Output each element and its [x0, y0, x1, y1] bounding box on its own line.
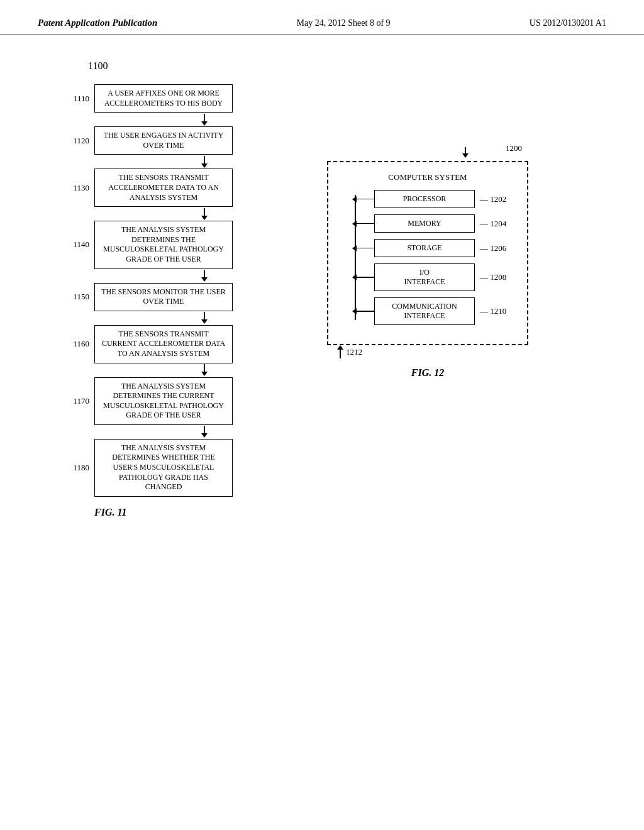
fig12-diagram: 1200 COMPUTER SYSTEM PROCESSOR — 1202 ME…	[302, 60, 606, 518]
cs-box-1202: PROCESSOR	[374, 190, 475, 208]
cs-component-row-1202: PROCESSOR — 1202	[343, 190, 512, 208]
fig12-bottom-num: 1212	[346, 347, 362, 357]
flow-connector-0	[201, 113, 208, 126]
flow-connector-2	[201, 207, 208, 221]
cs-num-1210: — 1210	[480, 306, 506, 316]
cs-component-row-1204: MEMORY — 1204	[343, 214, 512, 233]
flow-step-1120: 1120THE USER ENGAGES IN ACTIVITY OVER TI…	[50, 126, 314, 155]
computer-system-box: COMPUTER SYSTEM PROCESSOR — 1202 MEMORY …	[327, 161, 528, 345]
flow-connector-6	[201, 425, 208, 439]
flow-step-1160: 1160THE SENSORS TRANSMIT CURRENT ACCELER…	[50, 325, 314, 363]
patent-number-label: US 2012/0130201 A1	[530, 18, 606, 28]
cs-num-1208: — 1208	[480, 272, 506, 282]
flow-label-1120: 1120	[50, 136, 94, 146]
flow-connector-3	[201, 269, 208, 283]
flow-step-1110: 1110A USER AFFIXES ONE OR MORE ACCELEROM…	[50, 84, 314, 113]
flow-label-1180: 1180	[50, 463, 94, 473]
cs-box-1206: STORAGE	[374, 239, 475, 257]
flow-label-1110: 1110	[50, 94, 94, 104]
page-header: Patent Application Publication May 24, 2…	[0, 0, 644, 35]
cs-box-1204: MEMORY	[374, 214, 475, 233]
flow-box-1170: THE ANALYSIS SYSTEM DETERMINES THE CURRE…	[94, 377, 233, 425]
fig11-diagram: 1100 1110A USER AFFIXES ONE OR MORE ACCE…	[38, 60, 302, 518]
fig11-title-num: 1100	[88, 60, 108, 72]
flow-box-1120: THE USER ENGAGES IN ACTIVITY OVER TIME	[94, 126, 233, 155]
cs-component-row-1208: I/O INTERFACE — 1208	[343, 263, 512, 291]
flow-chart: 1110A USER AFFIXES ONE OR MORE ACCELEROM…	[50, 84, 314, 497]
flow-label-1140: 1140	[50, 240, 94, 250]
cs-num-1206: — 1206	[480, 243, 506, 253]
flow-step-1170: 1170THE ANALYSIS SYSTEM DETERMINES THE C…	[50, 377, 314, 425]
fig11-caption: FIG. 11	[94, 507, 127, 518]
flow-label-1160: 1160	[50, 339, 94, 349]
flow-box-1160: THE SENSORS TRANSMIT CURRENT ACCELEROMET…	[94, 325, 233, 363]
cs-num-1204: — 1204	[480, 219, 506, 229]
fig12-caption: FIG. 12	[327, 367, 528, 379]
cs-box-1210: COMMUNICATION INTERFACE	[374, 297, 475, 325]
flow-box-1180: THE ANALYSIS SYSTEM DETERMINES WHETHER T…	[94, 439, 233, 497]
publication-label: Patent Application Publication	[38, 18, 157, 28]
flow-step-1180: 1180THE ANALYSIS SYSTEM DETERMINES WHETH…	[50, 439, 314, 497]
flow-box-1150: THE SENSORS MONITOR THE USER OVER TIME	[94, 283, 233, 311]
cs-box-1208: I/O INTERFACE	[374, 263, 475, 291]
flow-box-1140: THE ANALYSIS SYSTEM DETERMINES THE MUSCU…	[94, 221, 233, 268]
fig12-title-num: 1200	[506, 143, 522, 153]
flow-label-1150: 1150	[50, 292, 94, 302]
flow-connector-5	[201, 363, 208, 377]
flow-label-1130: 1130	[50, 183, 94, 193]
cs-num-1202: — 1202	[480, 194, 506, 204]
flow-box-1130: THE SENSORS TRANSMIT ACCELEROMETER DATA …	[94, 169, 233, 207]
flow-step-1150: 1150THE SENSORS MONITOR THE USER OVER TI…	[50, 283, 314, 311]
flow-step-1140: 1140THE ANALYSIS SYSTEM DETERMINES THE M…	[50, 221, 314, 268]
computer-system-label: COMPUTER SYSTEM	[343, 172, 512, 182]
flow-box-1110: A USER AFFIXES ONE OR MORE ACCELEROMETER…	[94, 84, 233, 113]
flow-step-1130: 1130THE SENSORS TRANSMIT ACCELEROMETER D…	[50, 169, 314, 207]
flow-connector-1	[201, 155, 208, 169]
flow-connector-4	[201, 311, 208, 325]
cs-component-row-1206: STORAGE — 1206	[343, 239, 512, 257]
date-sheet-label: May 24, 2012 Sheet 8 of 9	[297, 18, 391, 28]
cs-component-row-1210: COMMUNICATION INTERFACE — 1210	[343, 297, 512, 325]
flow-label-1170: 1170	[50, 396, 94, 406]
main-content: 1100 1110A USER AFFIXES ONE OR MORE ACCE…	[0, 35, 644, 543]
